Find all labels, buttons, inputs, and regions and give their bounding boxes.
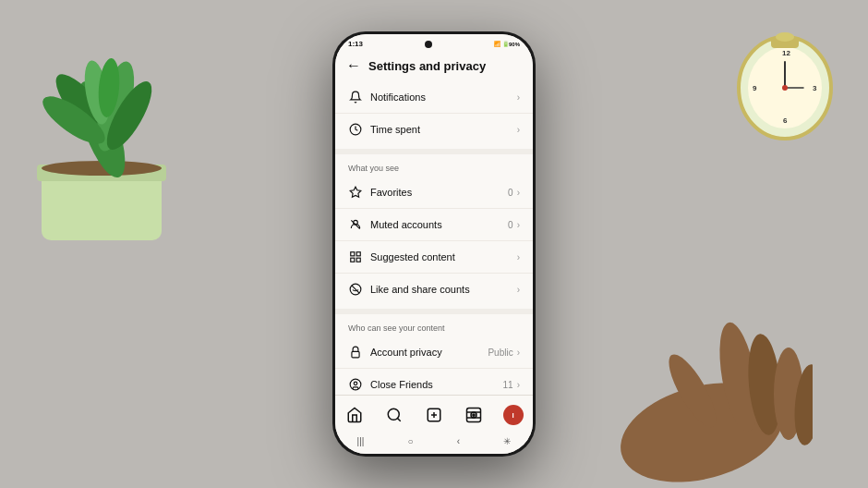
account-privacy-value: Public: [488, 348, 512, 358]
close-friends-item[interactable]: Close Friends 11 ›: [335, 369, 533, 395]
muted-accounts-value: 0: [508, 220, 513, 230]
favorites-item[interactable]: Favorites 0 ›: [335, 177, 533, 209]
settings-content: Notifications › Time spent ›: [335, 81, 533, 395]
android-nav: ||| ○ ‹ ✳: [335, 433, 533, 454]
time-spent-chevron: ›: [517, 125, 520, 135]
back-button[interactable]: ←: [346, 57, 361, 74]
svg-rect-32: [352, 351, 359, 357]
muted-accounts-label: Muted accounts: [370, 219, 508, 230]
lock-icon: [348, 345, 363, 360]
page-title: Settings and privacy: [368, 59, 486, 73]
phone-screen: 1:13 📶 🔋90% ← Settings and privacy: [335, 34, 533, 454]
section-who-can-see: Who can see your content Account privacy…: [335, 318, 533, 395]
notifications-chevron: ›: [517, 92, 520, 103]
page-header: ← Settings and privacy: [335, 50, 533, 81]
svg-point-19: [782, 85, 788, 91]
svg-point-45: [473, 414, 475, 416]
status-time: 1:13: [348, 40, 363, 48]
status-icons: 📶 🔋90%: [494, 41, 520, 47]
nav-home[interactable]: [341, 403, 368, 427]
svg-text:3: 3: [813, 84, 817, 92]
svg-text:9: 9: [753, 84, 757, 92]
svg-rect-27: [356, 252, 360, 256]
svg-line-39: [398, 418, 401, 421]
svg-point-21: [776, 32, 794, 42]
bottom-nav: I: [335, 395, 533, 433]
svg-point-34: [354, 382, 357, 385]
plant-decoration: [9, 0, 203, 240]
notifications-label: Notifications: [370, 92, 517, 103]
mute-icon: [348, 217, 363, 232]
suggested-label: Suggested content: [370, 251, 517, 262]
bell-icon: [348, 90, 363, 104]
suggested-content-item[interactable]: Suggested content ›: [335, 241, 533, 274]
svg-rect-26: [351, 252, 355, 256]
time-spent-label: Time spent: [370, 124, 517, 135]
section-what-you-see: What you see Favorites 0 ›: [335, 158, 533, 305]
suggested-chevron: ›: [517, 252, 520, 262]
what-you-see-label: What you see: [335, 158, 533, 177]
divider-1: [335, 149, 533, 154]
svg-marker-23: [350, 187, 361, 197]
profile-avatar: I: [503, 405, 524, 425]
like-share-label: Like and share counts: [370, 284, 517, 295]
android-assist: ✳: [503, 436, 511, 446]
account-privacy-chevron: ›: [517, 348, 520, 358]
close-friends-chevron: ›: [517, 380, 520, 390]
close-friends-label: Close Friends: [370, 379, 503, 390]
svg-rect-28: [351, 258, 355, 262]
nav-search[interactable]: [380, 403, 408, 427]
muted-accounts-item[interactable]: Muted accounts 0 ›: [335, 209, 533, 241]
account-privacy-label: Account privacy: [370, 347, 488, 358]
clock-decoration: 12 3 6 9: [716, 0, 845, 157]
close-friends-value: 11: [503, 380, 513, 390]
android-back[interactable]: ‹: [457, 436, 460, 446]
divider-2: [335, 309, 533, 314]
nav-add[interactable]: [420, 403, 448, 427]
notifications-item[interactable]: Notifications ›: [335, 81, 533, 114]
like-share-chevron: ›: [517, 285, 520, 295]
account-privacy-item[interactable]: Account privacy Public ›: [335, 336, 533, 369]
camera-dot: [425, 41, 432, 48]
time-spent-item[interactable]: Time spent ›: [335, 114, 533, 145]
suggested-icon: [348, 250, 363, 264]
svg-rect-0: [42, 171, 162, 240]
friends-icon: [348, 377, 363, 392]
like-icon: [348, 282, 363, 297]
svg-text:6: 6: [783, 116, 788, 125]
favorites-chevron: ›: [517, 188, 520, 198]
like-share-item[interactable]: Like and share counts ›: [335, 274, 533, 305]
who-can-see-label: Who can see your content: [335, 318, 533, 336]
muted-chevron: ›: [517, 220, 520, 230]
hand-decoration: [517, 285, 813, 488]
phone-device: 1:13 📶 🔋90% ← Settings and privacy: [332, 31, 536, 457]
nav-reels[interactable]: [460, 403, 488, 427]
android-menu: |||: [357, 436, 365, 446]
favorites-value: 0: [508, 188, 513, 198]
svg-line-31: [352, 286, 359, 293]
favorites-label: Favorites: [370, 187, 508, 198]
svg-rect-29: [356, 258, 360, 262]
android-home: ○: [408, 436, 414, 446]
svg-point-38: [388, 409, 399, 420]
clock-icon: [348, 122, 363, 137]
battery-icon: 📶 🔋90%: [494, 41, 520, 47]
star-icon: [348, 185, 363, 200]
section-top: Notifications › Time spent ›: [335, 81, 533, 145]
svg-text:12: 12: [782, 49, 790, 57]
status-bar: 1:13 📶 🔋90%: [335, 34, 533, 50]
nav-profile[interactable]: I: [500, 403, 527, 427]
